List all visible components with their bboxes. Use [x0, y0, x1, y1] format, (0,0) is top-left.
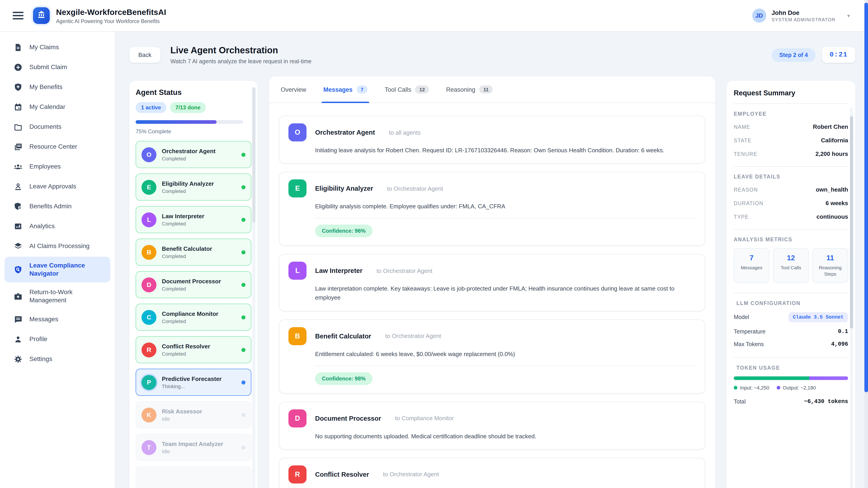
sidebar-item-label: Resource Center — [29, 143, 77, 151]
message-card: R Conflict Resolver to Orchestrator Agen… — [279, 458, 705, 488]
message-recipient: to Orchestrator Agent — [385, 332, 441, 339]
agent-name: Predictive Forecaster — [162, 376, 221, 382]
sidebar-item-label: Employees — [29, 163, 61, 171]
message-from: Document Processor — [315, 415, 381, 422]
orchestration-progress-bar — [135, 120, 243, 124]
hamburger-menu-icon[interactable] — [13, 10, 24, 22]
metric-label: Reasoning Steps — [815, 265, 846, 277]
sidebar-item-employees[interactable]: Employees — [4, 157, 110, 176]
briefcase-plus-icon — [13, 292, 23, 301]
sidebar-item-ai-claims-processing[interactable]: AI Claims Processing — [4, 237, 110, 256]
progress-fill — [135, 120, 216, 124]
status-dot — [241, 283, 246, 287]
agent-card-law-interpreter[interactable]: L Law Interpreter Completed — [135, 206, 251, 233]
sidebar-item-submit-claim[interactable]: Submit Claim — [4, 58, 110, 77]
sidebar-item-profile[interactable]: Profile — [4, 330, 110, 349]
agent-state: Idle — [162, 416, 202, 422]
sidebar-item-leave-approvals[interactable]: Leave Approvals — [4, 177, 110, 196]
agent-list-scrollbar[interactable] — [252, 87, 255, 488]
agent-state: Completed — [162, 351, 210, 357]
agent-avatar: L — [142, 212, 156, 227]
bar-chart-icon — [13, 222, 23, 231]
message-from: Law Interpreter — [315, 267, 363, 274]
row-value: Robert Chen — [813, 123, 848, 130]
user-name: John Doe — [772, 9, 835, 16]
metric-label: Messages — [736, 265, 767, 271]
agent-card-team-impact-analyzer[interactable]: T Team Impact Analyzer Idle — [135, 434, 251, 461]
agent-avatar: R — [288, 465, 307, 484]
sidebar-item-my-claims[interactable]: My Claims — [4, 38, 110, 57]
agent-card-compliance-monitor[interactable]: C Compliance Monitor Completed — [135, 304, 251, 331]
agent-name: Benefit Calculator — [162, 246, 212, 252]
shield-user-icon — [13, 202, 23, 211]
config-value: 0.1 — [838, 329, 848, 335]
tab-tool-calls[interactable]: Tool Calls 12 — [385, 76, 429, 103]
back-button[interactable]: Back — [129, 47, 160, 63]
tab-count-badge: 12 — [415, 86, 429, 94]
tab-messages[interactable]: Messages 7 — [323, 76, 368, 103]
agent-card-orchestrator[interactable]: O Orchestrator Agent Completed — [135, 141, 251, 168]
sidebar-item-analytics[interactable]: Analytics — [4, 217, 110, 236]
page-title: Live Agent Orchestration — [170, 45, 311, 56]
total-value: ~6,430 tokens — [804, 399, 848, 405]
user-menu[interactable]: JD John Doe SYSTEM ADMINISTRATOR ▾ — [752, 8, 850, 23]
page-scrollbar[interactable] — [864, 0, 868, 488]
status-dot — [241, 380, 246, 384]
agent-card-eligibility[interactable]: E Eligibility Analyzer Completed — [135, 173, 251, 201]
chat-icon — [13, 315, 23, 324]
sidebar-item-benefits-admin[interactable]: Benefits Admin — [4, 197, 110, 216]
agent-state: Completed — [162, 221, 204, 226]
agent-name: Risk Assessor — [162, 408, 202, 415]
sidebar-item-label: Leave Compliance Navigator — [29, 262, 107, 278]
tab-reasoning[interactable]: Reasoning 11 — [446, 76, 493, 103]
agent-card-conflict-resolver[interactable]: R Conflict Resolver Completed — [135, 336, 251, 363]
llm-temperature-row: Temperature 0.1 — [734, 329, 848, 335]
message-list: O Orchestrator Agent to all agents Initi… — [269, 103, 715, 488]
summary-row-duration: DURATION 6 weeks — [734, 200, 848, 206]
person-approval-icon — [13, 182, 23, 191]
agent-card-document-processor[interactable]: D Document Processor Completed — [135, 271, 251, 298]
sidebar-item-my-calendar[interactable]: My Calendar — [4, 98, 110, 117]
agent-card-benefit-calculator[interactable]: B Benefit Calculator Completed — [135, 238, 251, 266]
chevron-down-icon[interactable]: ▾ — [847, 12, 850, 19]
analysis-metrics: 7 Messages 12 Tool Calls 11 Reasoning St… — [734, 248, 848, 283]
sidebar-item-return-to-work[interactable]: Return-to-Work Management — [4, 283, 110, 309]
orchestration-detail-panel: Overview Messages 7 Tool Calls 12 Reason… — [269, 76, 715, 488]
sidebar-item-documents[interactable]: Documents — [4, 118, 110, 136]
divider — [734, 358, 848, 358]
file-icon — [13, 43, 23, 52]
tab-overview[interactable]: Overview — [281, 76, 306, 103]
sidebar-item-leave-compliance-navigator[interactable]: Leave Compliance Navigator — [4, 257, 110, 283]
active-count-badge: 1 active — [135, 102, 166, 113]
summary-row-reason: REASON own_health — [734, 186, 848, 193]
sidebar-item-label: Return-to-Work Management — [29, 288, 107, 304]
row-value: own_health — [816, 186, 848, 193]
token-input-legend: Input: ~4,250 — [734, 385, 769, 391]
model-badge: Claude 3.5 Sonnet — [788, 313, 848, 322]
page-scrollbar-thumb[interactable] — [864, 3, 868, 392]
metric-label: Tool Calls — [775, 265, 807, 271]
employee-section-heading: EMPLOYEE — [734, 111, 848, 117]
divider — [734, 103, 848, 104]
sidebar-item-resource-center[interactable]: Resource Center — [4, 137, 110, 156]
step-badge: Step 2 of 4 — [772, 48, 815, 62]
output-dot-icon — [776, 386, 780, 390]
summary-scrollbar[interactable] — [850, 107, 853, 488]
message-text: Entitlement calculated: 6 weeks leave, $… — [315, 350, 696, 359]
row-label: NAME — [734, 124, 750, 130]
shield-search-icon — [13, 265, 23, 274]
summary-row-name: NAME Robert Chen — [734, 123, 848, 130]
agent-card-predictive-forecaster[interactable]: P Predictive Forecaster Thinking... — [135, 369, 251, 396]
sidebar-item-my-benefits[interactable]: My Benefits — [4, 78, 110, 97]
sidebar-item-label: Profile — [29, 335, 47, 344]
leave-section-heading: LEAVE DETAILS — [734, 174, 848, 180]
agent-card-risk-assessor[interactable]: K Risk Assessor Idle — [135, 401, 251, 428]
sidebar-item-label: Benefits Admin — [29, 203, 72, 210]
agent-avatar: K — [142, 408, 156, 422]
sidebar-item-messages[interactable]: Messages — [4, 310, 110, 329]
status-dot — [241, 250, 246, 254]
message-text: No supporting documents uploaded. Medica… — [315, 432, 696, 441]
app-subtitle: Agentic AI Powering Your Workforce Benef… — [56, 18, 166, 24]
message-recipient: to Orchestrator Agent — [383, 471, 439, 478]
sidebar-item-settings[interactable]: Settings — [4, 350, 110, 369]
